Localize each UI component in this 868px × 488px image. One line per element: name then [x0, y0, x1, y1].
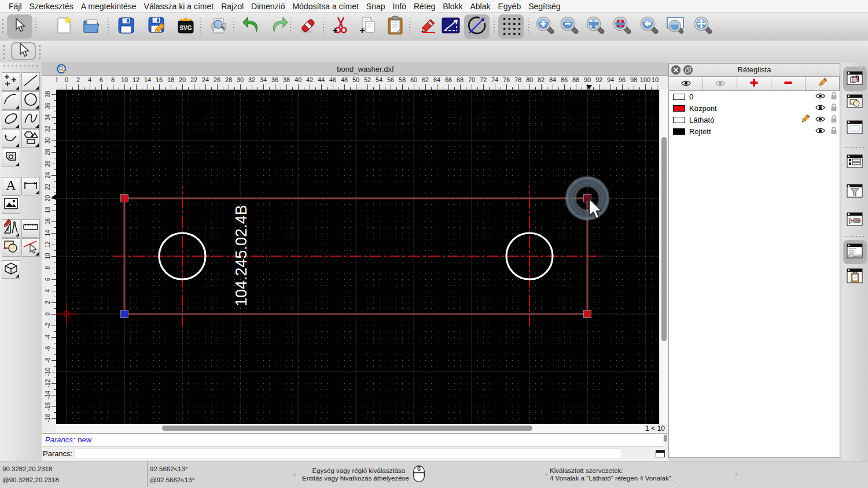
tool-measure-button[interactable] [21, 219, 40, 238]
draft-mode-button[interactable] [464, 14, 490, 39]
tool-dimension-button[interactable] [21, 177, 40, 195]
mouse-hint-right: Entitás vagy hivatkozás áthelyezése [302, 475, 405, 482]
tool-3d-box-button[interactable] [2, 260, 20, 279]
pen-settings-button[interactable] [415, 14, 441, 39]
ruler-label: 38 [42, 90, 54, 101]
menu-szerkeszt-s[interactable]: Szerkesztés [30, 2, 73, 11]
add-layer-button[interactable] [737, 76, 771, 91]
tool-arc-button[interactable] [2, 91, 20, 110]
palette-drag-handle[interactable] [2, 65, 39, 66]
zoom-auto-button[interactable] [583, 14, 608, 39]
layer-row-rejtett[interactable]: Rejtett [669, 125, 840, 137]
menu-blokk[interactable]: Blokk [443, 2, 462, 11]
dock-view-button[interactable] [845, 211, 865, 230]
tool-image-button[interactable] [2, 195, 20, 214]
select-tool-button[interactable] [7, 14, 32, 39]
menu-a-megtekint-se[interactable]: A megtekintése [81, 2, 137, 11]
layer-visibility-eye-icon[interactable] [815, 114, 825, 125]
ruler-label: 4 [88, 76, 91, 83]
layer-row-látható[interactable]: Látható [669, 114, 840, 125]
tool-text-button[interactable]: A [2, 177, 20, 195]
dock-command-button[interactable]: >_ command [845, 243, 865, 261]
open-document-button[interactable] [79, 14, 105, 39]
tool-polyline-button[interactable] [2, 130, 20, 148]
tool-ellipse-button[interactable] [2, 110, 20, 129]
layer-visibility-eye-icon[interactable] [815, 91, 825, 102]
tool-line-button[interactable] [21, 72, 40, 91]
save-button[interactable] [113, 14, 139, 39]
remove-layer-button[interactable] [771, 76, 806, 91]
zoom-previous-button[interactable] [637, 14, 662, 39]
snap-grid-button[interactable] [498, 14, 524, 39]
dock-clipboard-button[interactable] [845, 268, 865, 286]
zoom-out-button[interactable] [557, 14, 582, 39]
tool-points-button[interactable] [2, 72, 20, 91]
layer-visibility-eye-icon[interactable] [815, 126, 825, 136]
menu-rajzol[interactable]: Rajzol [221, 2, 244, 11]
drawing-canvas[interactable]: 104.245.02.4B [56, 90, 659, 424]
dock-entity-list-button[interactable] [845, 153, 865, 172]
dock-filter-button[interactable] [845, 183, 865, 201]
new-document-button[interactable] [51, 14, 76, 39]
command-input[interactable] [74, 448, 622, 459]
export-svg-button[interactable]: SVG [173, 14, 198, 39]
menu-egy-b[interactable]: Egyéb [498, 2, 521, 11]
layer-row-központ[interactable]: Központ [669, 102, 840, 114]
menu-v-lassza-ki-a-c-met[interactable]: Válassza ki a címet [144, 2, 214, 11]
layer-lock-icon[interactable] [830, 126, 837, 137]
tool-modify-shape-button[interactable] [2, 238, 20, 257]
zoom-page-button[interactable] [663, 14, 688, 39]
tool-modify-select-button[interactable] [21, 238, 40, 257]
zoom-window-button[interactable] [609, 14, 635, 39]
layer-row-0[interactable]: 0 [669, 91, 840, 102]
select-arrow-button[interactable] [11, 42, 36, 60]
layer-lock-icon[interactable] [830, 91, 837, 102]
layer-lock-icon[interactable] [830, 114, 837, 125]
vertical-scrollbar-thumb[interactable] [661, 137, 667, 341]
redo-button[interactable] [266, 14, 292, 39]
layer-visibility-eye-icon[interactable] [815, 103, 825, 113]
dock-library-button[interactable] [845, 119, 865, 138]
tool-polygon-button[interactable] [21, 130, 40, 148]
menu-seg-ts-g[interactable]: Segítség [528, 2, 560, 11]
tool-hatch-button[interactable] [2, 149, 20, 167]
menu-inf-[interactable]: Infó [393, 2, 406, 11]
history-scrollbar-thumb[interactable] [664, 435, 667, 442]
tool-spline-button[interactable] [21, 110, 40, 129]
draft-lines-button[interactable] [438, 14, 464, 39]
ruler-label: 8 [111, 76, 115, 83]
zoom-in-button[interactable] [532, 14, 558, 39]
toolbar-drag-handle[interactable] [39, 44, 41, 59]
horizontal-scrollbar[interactable] [56, 424, 659, 433]
history-scrollbar[interactable] [663, 434, 668, 446]
command-dock-button[interactable] [656, 450, 665, 457]
menu-dimenzi-[interactable]: Dimenzió [251, 2, 285, 11]
toolbar-drag-handle[interactable] [3, 44, 5, 59]
cut-button[interactable] [329, 14, 354, 39]
menu-f-jl[interactable]: Fájl [9, 2, 22, 11]
menu-snap[interactable]: Snap [366, 2, 385, 11]
edit-layer-button[interactable] [805, 76, 840, 91]
hide-all-layers-button[interactable] [703, 76, 737, 91]
menu-m-dos-tsa-a-c-met[interactable]: Módosítsa a címet [292, 2, 358, 11]
copy-button[interactable] [355, 14, 381, 39]
print-preview-button[interactable] [206, 14, 231, 39]
dock-layer-list-button[interactable] [845, 70, 865, 88]
delete-selected-button[interactable] [296, 14, 321, 39]
horizontal-scrollbar-thumb[interactable] [162, 426, 532, 431]
tool-draft-button[interactable] [2, 219, 20, 238]
undo-button[interactable] [239, 14, 264, 39]
zoom-pan-button[interactable] [690, 14, 716, 39]
submenu-corner-icon [16, 274, 19, 278]
tool-circle-button[interactable] [21, 91, 40, 110]
toolbar-drag-handle[interactable] [2, 18, 3, 35]
win-clipboard-icon [846, 268, 863, 286]
dock-block-list-button[interactable] [845, 93, 865, 112]
vertical-scrollbar[interactable] [659, 90, 668, 424]
paste-button[interactable] [382, 14, 408, 39]
menu-r-teg[interactable]: Réteg [414, 2, 435, 11]
show-all-layers-button[interactable] [668, 76, 703, 91]
menu-ablak[interactable]: Ablak [470, 2, 490, 11]
layer-lock-icon[interactable] [830, 103, 837, 114]
save-as-button[interactable] [144, 14, 170, 39]
